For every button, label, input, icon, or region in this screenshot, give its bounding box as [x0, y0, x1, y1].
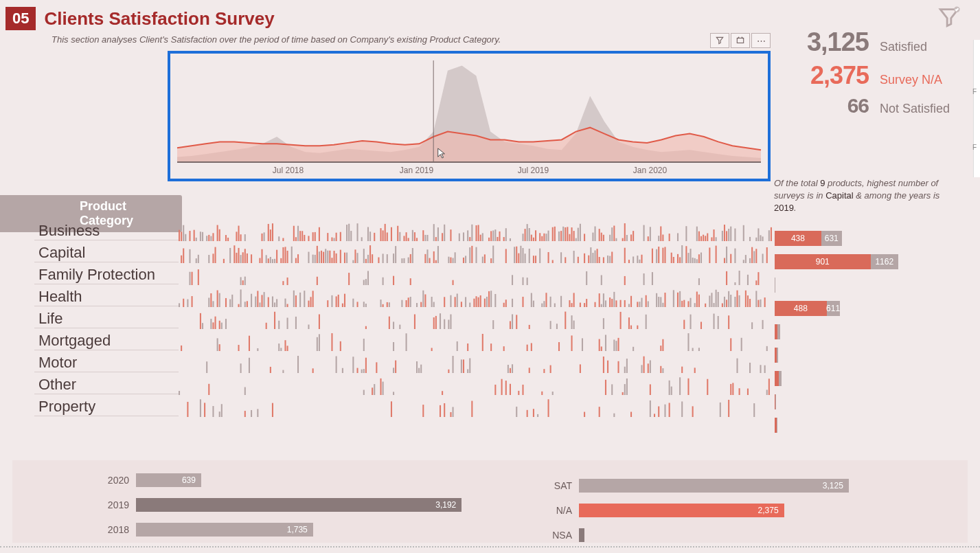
category-side-bar[interactable] [775, 320, 912, 343]
svg-rect-500 [760, 300, 761, 307]
category-label: Mortgaged [34, 332, 179, 350]
status-bar-row[interactable]: SAT3,125 [538, 475, 940, 496]
category-side-bar[interactable] [775, 390, 912, 414]
svg-rect-328 [244, 277, 246, 285]
svg-rect-425 [484, 299, 486, 307]
svg-rect-432 [512, 299, 513, 307]
category-row[interactable]: Business [34, 220, 773, 242]
filter-icon[interactable] [710, 33, 729, 48]
svg-rect-532 [529, 325, 530, 329]
svg-rect-209 [321, 251, 322, 263]
svg-rect-686 [244, 411, 246, 417]
svg-rect-673 [707, 379, 708, 395]
svg-rect-384 [295, 295, 297, 307]
svg-rect-333 [363, 280, 365, 285]
svg-rect-444 [573, 293, 575, 307]
svg-rect-248 [463, 258, 464, 263]
svg-rect-443 [571, 303, 573, 307]
svg-rect-326 [240, 277, 242, 285]
page-title: Clients Satisfaction Survey [44, 8, 274, 30]
svg-rect-254 [484, 254, 486, 263]
svg-rect-95 [499, 232, 500, 241]
svg-rect-507 [219, 321, 220, 329]
svg-rect-308 [700, 253, 702, 263]
funnel-filter-icon[interactable] [937, 5, 961, 29]
svg-rect-692 [440, 405, 441, 417]
svg-rect-275 [588, 256, 589, 263]
svg-rect-316 [745, 255, 747, 263]
year-bar-row[interactable]: 20193,192 [95, 495, 524, 515]
svg-rect-197 [280, 258, 282, 263]
page-number-badge: 05 [5, 7, 36, 30]
svg-rect-55 [361, 237, 363, 241]
svg-rect-85 [471, 225, 472, 241]
svg-rect-601 [312, 368, 314, 373]
svg-rect-263 [525, 253, 526, 263]
svg-rect-109 [545, 234, 547, 241]
timeline-area-chart[interactable]: Jul 2018Jan 2019Jul 2019Jan 2020 [168, 51, 771, 181]
svg-rect-478 [694, 303, 696, 307]
svg-rect-715 [753, 403, 755, 417]
category-row[interactable]: Health [34, 286, 773, 308]
status-bar-row[interactable]: N/A2,375 [538, 500, 940, 521]
svg-rect-22 [219, 229, 220, 241]
svg-rect-408 [416, 303, 418, 307]
year-bar-row[interactable]: 2020639 [95, 470, 524, 490]
more-options-icon[interactable]: ⋯ [751, 33, 771, 48]
svg-rect-135 [624, 223, 626, 241]
svg-rect-496 [747, 295, 749, 307]
svg-rect-598 [270, 367, 271, 373]
svg-rect-10 [183, 225, 184, 241]
svg-rect-198 [282, 247, 284, 263]
svg-rect-674 [730, 384, 731, 395]
svg-rect-113 [558, 232, 560, 241]
category-row[interactable]: Life [34, 308, 773, 330]
svg-rect-17 [206, 236, 207, 241]
svg-rect-13 [194, 230, 195, 241]
svg-rect-702 [584, 412, 585, 417]
svg-rect-484 [714, 303, 715, 307]
category-side-bar[interactable] [775, 343, 912, 367]
category-row[interactable]: Capital [34, 242, 773, 264]
svg-rect-201 [291, 247, 293, 263]
category-row[interactable]: Mortgaged [34, 330, 773, 352]
category-side-bar[interactable] [775, 367, 912, 390]
status-bar-row[interactable]: NSA [538, 525, 940, 545]
svg-rect-538 [603, 318, 604, 329]
category-side-bar[interactable] [775, 414, 912, 437]
category-side-bar[interactable]: 438631 [775, 227, 912, 250]
right-collapsed-pane[interactable]: F F [973, 40, 980, 177]
category-label: Motor [34, 354, 179, 372]
category-side-bar[interactable]: 9011162 [775, 250, 912, 273]
surveys-by-status-chart[interactable]: SAT3,125N/A2,375NSA [538, 460, 968, 543]
svg-rect-545 [690, 315, 692, 329]
svg-rect-631 [624, 367, 626, 373]
surveys-by-year-chart[interactable]: 202063920193,19220181,735 [12, 460, 538, 543]
svg-rect-252 [476, 247, 477, 263]
category-row[interactable]: Family Protection [34, 264, 773, 286]
svg-rect-321 [762, 253, 764, 263]
svg-rect-166 [757, 228, 759, 241]
svg-rect-549 [728, 315, 729, 329]
year-bar-row[interactable]: 20181,735 [95, 519, 524, 540]
focus-mode-icon[interactable] [731, 33, 750, 48]
svg-rect-117 [567, 227, 568, 241]
category-row[interactable]: Property [34, 396, 773, 418]
svg-rect-666 [624, 384, 626, 395]
category-side-bar[interactable]: 488611 [775, 297, 912, 320]
category-side-bar[interactable] [775, 273, 912, 297]
svg-rect-588 [662, 339, 663, 351]
category-row[interactable]: Motor [34, 352, 773, 374]
svg-text:Jan 2019: Jan 2019 [400, 166, 434, 175]
svg-rect-611 [395, 361, 396, 373]
svg-rect-114 [560, 231, 562, 241]
svg-rect-146 [677, 233, 679, 241]
svg-rect-356 [183, 299, 184, 307]
svg-rect-513 [287, 318, 288, 329]
svg-rect-583 [613, 339, 615, 351]
svg-rect-573 [490, 343, 492, 351]
svg-rect-510 [266, 323, 267, 329]
svg-rect-369 [244, 302, 246, 307]
svg-rect-269 [552, 260, 554, 263]
category-row[interactable]: Other [34, 374, 773, 396]
